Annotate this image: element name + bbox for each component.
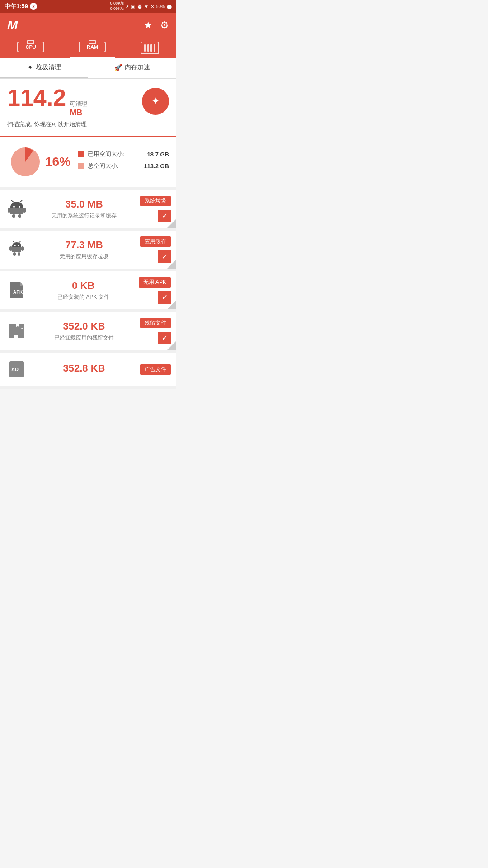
ad-icon: AD [5, 358, 28, 381]
svg-text:AD: AD [11, 367, 19, 372]
svg-rect-11 [18, 214, 21, 218]
svg-line-16 [13, 241, 14, 243]
svg-rect-7 [10, 208, 23, 214]
sub-tab-junk[interactable]: ✦ 垃圾清理 [0, 58, 88, 78]
svg-point-4 [19, 206, 20, 208]
pie-svg [7, 144, 43, 180]
status-left: 中午1:59 2 [5, 2, 37, 10]
appcache-junk-right: 应用缓存 [140, 236, 171, 263]
pie-percent: 16% [45, 155, 70, 169]
apk-junk-right: 无用 APK [139, 277, 171, 304]
adfile-junk-right: 广告文件 [140, 364, 171, 375]
header-icons: ★ ⚙ [144, 19, 169, 31]
settings-icon[interactable]: ⚙ [160, 19, 169, 31]
legend-used: 已用空间大小: 18.7 GB [78, 150, 169, 158]
apk-junk-tag: 无用 APK [139, 277, 171, 288]
legend-total: 总空间大小: 113.2 GB [78, 162, 169, 170]
used-value: 18.7 GB [147, 151, 169, 158]
vibrate-icon: ▣ [131, 4, 135, 9]
svg-rect-8 [8, 208, 10, 213]
size-label-top: 可清理 [70, 100, 87, 108]
header: M ★ ⚙ [0, 13, 176, 38]
adfile-junk-tag: 广告文件 [140, 364, 171, 375]
bookmark-icon[interactable]: ★ [144, 19, 153, 31]
pie-legend: 已用空间大小: 18.7 GB 总空间大小: 113.2 GB [78, 150, 169, 174]
svg-line-6 [20, 200, 22, 202]
memory-tab-icon: 🚀 [114, 64, 122, 71]
corner-triangle-3 [167, 300, 176, 309]
svg-rect-22 [18, 252, 20, 256]
svg-rect-20 [21, 246, 24, 251]
clean-button[interactable]: ✦ [142, 88, 169, 115]
bluetooth-icon: ✗ [126, 4, 129, 9]
cpu-tab-icon: CPU [17, 42, 44, 52]
svg-rect-9 [23, 208, 26, 213]
pie-chart [7, 144, 43, 180]
leftover-junk-tag: 残留文件 [140, 318, 171, 328]
svg-rect-21 [13, 252, 16, 256]
apk-icon: APK [5, 279, 28, 302]
android-icon [5, 198, 28, 220]
system-junk-right: 系统垃圾 [140, 196, 171, 222]
system-junk-tag: 系统垃圾 [140, 196, 171, 206]
battery-icon: ⬤ [167, 4, 172, 9]
apk-junk-size: 0 KB [33, 280, 133, 292]
app-logo: M [7, 18, 18, 33]
ram-tab-icon: RAM [79, 42, 106, 52]
network-speed: 0.00K/s 0.09K/s [110, 1, 124, 11]
size-row: 114.2 可清理 MB [7, 86, 87, 118]
apk-junk-center: 0 KB 已经安装的 APK 文件 [33, 280, 133, 301]
wifi-icon: ▼ [144, 4, 149, 9]
system-junk-size: 35.0 MB [33, 198, 135, 210]
svg-point-3 [13, 206, 15, 208]
apk-junk-desc: 已经安装的 APK 文件 [33, 293, 133, 301]
junk-item-appcache: 77.3 MB 无用的应用缓存垃圾 应用缓存 [0, 231, 176, 271]
leftover-junk-center: 352.0 KB 已经卸载应用的残留文件 [33, 321, 135, 342]
svg-point-14 [14, 245, 16, 246]
junk-tab-icon: ✦ [28, 64, 33, 71]
svg-rect-18 [12, 247, 21, 252]
tab-ram[interactable]: RAM [70, 42, 115, 58]
status-time: 中午1:59 [5, 2, 28, 10]
svg-point-15 [18, 245, 19, 246]
corner-triangle-2 [167, 259, 176, 269]
junk-item-leftover: 352.0 KB 已经卸载应用的残留文件 残留文件 [0, 312, 176, 353]
size-unit: MB [70, 108, 87, 118]
status-bar: 中午1:59 2 0.00K/s 0.09K/s ✗ ▣ ⏰ ▼ ✕ 50% ⬤ [0, 0, 176, 13]
tab-cpu[interactable]: CPU [8, 42, 53, 58]
appcache-junk-center: 77.3 MB 无用的应用缓存垃圾 [33, 239, 135, 260]
svg-rect-19 [9, 246, 12, 251]
system-junk-desc: 无用的系统运行记录和缓存 [33, 212, 135, 220]
status-right: 0.00K/s 0.09K/s ✗ ▣ ⏰ ▼ ✕ 50% ⬤ [110, 1, 172, 11]
android2-icon [5, 238, 28, 261]
svg-line-17 [19, 241, 21, 243]
junk-item-apk: APK 0 KB 已经安装的 APK 文件 无用 APK [0, 271, 176, 312]
clean-summary: 114.2 可清理 MB 扫描完成, 你现在可以开始清理 ✦ [0, 79, 176, 137]
tab-battery[interactable] [131, 42, 168, 58]
puzzle-icon [5, 320, 28, 342]
clean-size-number: 114.2 [7, 86, 66, 109]
signal-icon: ✕ [150, 4, 154, 9]
adfile-junk-size: 352.8 KB [33, 363, 135, 374]
sub-tab-memory[interactable]: 🚀 内存加速 [88, 58, 176, 78]
leftover-junk-right: 残留文件 [140, 318, 171, 344]
system-junk-center: 35.0 MB 无用的系统运行记录和缓存 [33, 198, 135, 220]
sub-tab-bar: ✦ 垃圾清理 🚀 内存加速 [0, 58, 176, 79]
svg-text:APK: APK [13, 290, 23, 295]
total-value: 113.2 GB [144, 163, 169, 170]
used-dot [78, 151, 84, 157]
appcache-junk-tag: 应用缓存 [140, 236, 171, 247]
svg-rect-10 [12, 214, 15, 218]
clean-btn-icon: ✦ [151, 95, 160, 107]
junk-item-adfile: AD 352.8 KB 广告文件 [0, 353, 176, 389]
total-label: 总空间大小: [88, 162, 119, 170]
corner-triangle-4 [167, 341, 176, 350]
main-content: 114.2 可清理 MB 扫描完成, 你现在可以开始清理 ✦ [0, 79, 176, 389]
corner-triangle [167, 219, 176, 228]
scan-complete-text: 扫描完成, 你现在可以开始清理 [7, 120, 87, 128]
clean-size-block: 114.2 可清理 MB 扫描完成, 你现在可以开始清理 [7, 86, 87, 128]
leftover-junk-size: 352.0 KB [33, 321, 135, 332]
pie-section: 16% 已用空间大小: 18.7 GB 总空间大小: 113.2 GB [0, 137, 176, 190]
svg-line-5 [11, 200, 14, 202]
leftover-junk-desc: 已经卸载应用的残留文件 [33, 334, 135, 342]
